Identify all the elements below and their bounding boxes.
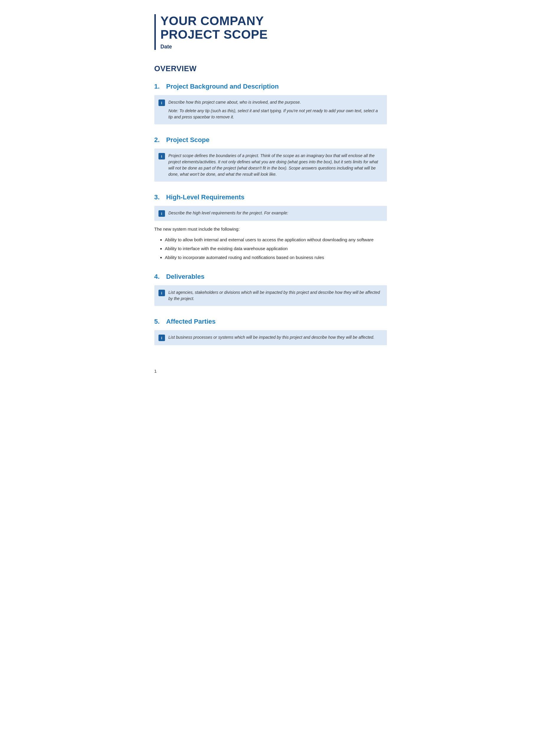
overview-heading: OVERVIEW	[154, 64, 387, 73]
section-title-4: Deliverables	[166, 273, 205, 281]
info-icon-3: i	[159, 210, 165, 217]
info-line: List agencies, stakeholders or divisions…	[169, 289, 382, 302]
info-box-4: iList agencies, stakeholders or division…	[154, 285, 387, 306]
list-item: Ability to allow both internal and exter…	[165, 236, 387, 243]
section-3: 3. High-Level RequirementsiDescribe the …	[154, 193, 387, 261]
section-heading-1: 1. Project Background and Description	[154, 83, 387, 90]
section-heading-4: 4. Deliverables	[154, 273, 387, 281]
info-icon-5: i	[159, 335, 165, 341]
section-title-5: Affected Parties	[166, 318, 216, 325]
info-box-5: iList business processes or systems whic…	[154, 330, 387, 345]
document-header: YOUR COMPANY PROJECT SCOPE Date	[154, 14, 387, 50]
section-1: 1. Project Background and DescriptioniDe…	[154, 83, 387, 124]
section-2: 2. Project ScopeiProject scope defines t…	[154, 136, 387, 182]
info-icon-2: i	[159, 153, 165, 159]
section-5: 5. Affected PartiesiList business proces…	[154, 318, 387, 345]
document-title: YOUR COMPANY PROJECT SCOPE	[161, 14, 387, 41]
section-number-4: 4.	[154, 273, 160, 281]
section-title-1: Project Background and Description	[166, 83, 278, 90]
list-item: Ability to interface with the existing d…	[165, 245, 387, 252]
info-box-1: iDescribe how this project came about, w…	[154, 95, 387, 124]
body-text-3: The new system must include the followin…	[154, 226, 387, 233]
info-icon-4: i	[159, 290, 165, 296]
info-box-3: iDescribe the high level requirements fo…	[154, 206, 387, 221]
info-box-2: iProject scope defines the boundaries of…	[154, 149, 387, 182]
document-page: YOUR COMPANY PROJECT SCOPE Date OVERVIEW…	[136, 0, 406, 381]
section-heading-2: 2. Project Scope	[154, 136, 387, 144]
info-text-2: Project scope defines the boundaries of …	[169, 153, 382, 177]
list-item: Ability to incorporate automated routing…	[165, 254, 387, 261]
section-title-2: Project Scope	[166, 136, 210, 144]
sections-container: 1. Project Background and DescriptioniDe…	[154, 83, 387, 345]
section-number-5: 5.	[154, 318, 160, 325]
info-line: Describe the high level requirements for…	[169, 210, 288, 216]
info-text-5: List business processes or systems which…	[169, 334, 374, 340]
section-title-3: High-Level Requirements	[166, 193, 245, 201]
section-heading-3: 3. High-Level Requirements	[154, 193, 387, 201]
section-number-3: 3.	[154, 193, 160, 201]
info-text-3: Describe the high level requirements for…	[169, 210, 288, 216]
info-line: Describe how this project came about, wh…	[169, 99, 382, 105]
section-4: 4. DeliverablesiList agencies, stakehold…	[154, 273, 387, 306]
info-text-1: Describe how this project came about, wh…	[169, 99, 382, 120]
section-number-1: 1.	[154, 83, 160, 90]
page-number: 1	[154, 369, 157, 374]
info-text-4: List agencies, stakeholders or divisions…	[169, 289, 382, 302]
title-line1: YOUR COMPANY	[161, 14, 264, 28]
info-line: Project scope defines the boundaries of …	[169, 153, 382, 177]
info-icon-1: i	[159, 100, 165, 106]
title-line2: PROJECT SCOPE	[161, 27, 268, 41]
section-heading-5: 5. Affected Parties	[154, 318, 387, 325]
section-number-2: 2.	[154, 136, 160, 144]
bullet-list-3: Ability to allow both internal and exter…	[154, 236, 387, 261]
info-line: Note: To delete any tip (such as this), …	[169, 108, 382, 120]
date-label: Date	[161, 44, 387, 50]
info-line: List business processes or systems which…	[169, 334, 374, 340]
